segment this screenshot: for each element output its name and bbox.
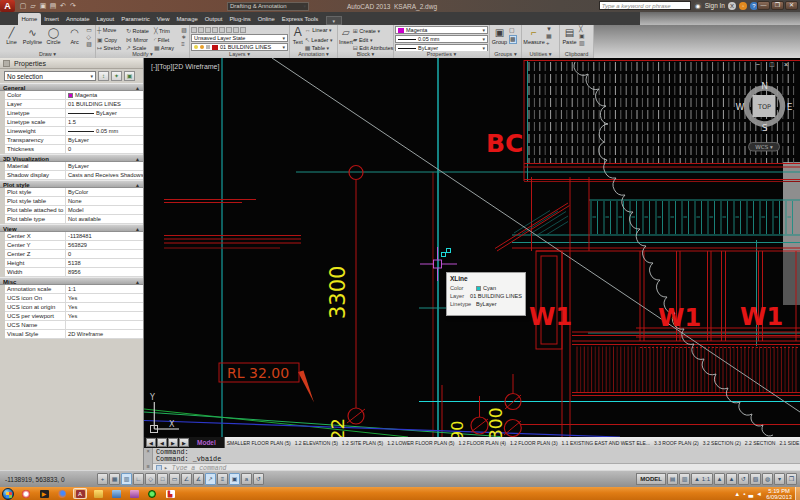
layout-nav-1[interactable]: ◀: [146, 438, 156, 447]
layout-tab[interactable]: 1.2 SITE PLAN (5): [340, 440, 385, 446]
clipboard-tool-2-icon[interactable]: ▣: [579, 33, 585, 40]
ribbon-tab-home[interactable]: Home: [18, 13, 41, 25]
toggle-dynamic-ucs[interactable]: ∡: [193, 473, 204, 485]
property-row[interactable]: Annotation scale1:1: [5, 285, 143, 294]
toggle-3d-object-snap[interactable]: ▭: [169, 473, 180, 485]
paste-button[interactable]: ▤ Paste: [561, 26, 578, 47]
ribbon-tab-online[interactable]: Online: [254, 13, 278, 25]
property-row[interactable]: MaterialByLayer: [5, 162, 143, 171]
fillet-button[interactable]: ◜ Fillet: [154, 36, 177, 45]
model-space-button[interactable]: MODEL: [636, 473, 666, 485]
layout-tab[interactable]: 2.2 SECTION: [743, 440, 778, 446]
draw-tool-2-icon[interactable]: ◇: [86, 34, 92, 41]
utilities-tool-1-icon[interactable]: ▼: [546, 26, 552, 33]
toggle-pickadd-button[interactable]: ↕: [98, 71, 109, 81]
autocad-logo-icon[interactable]: A: [0, 0, 15, 12]
clipboard-tool-3-icon[interactable]: ▥: [579, 40, 585, 47]
circle-button[interactable]: ◯Circle: [43, 26, 64, 52]
exchange-apps-icon[interactable]: X: [728, 2, 736, 10]
panel-label-layers[interactable]: Layers ▾: [190, 51, 289, 58]
ribbon-tab-plug-ins[interactable]: Plug-ins: [226, 13, 254, 25]
clipboard-tool-1-icon[interactable]: ╳: [579, 26, 585, 33]
layout-tab[interactable]: 1.2 LOWER FLOOR PLAN (5): [385, 440, 456, 446]
toolbar-lock-icon[interactable]: ▧: [750, 473, 761, 485]
taskbar-app-explorer-folder[interactable]: [91, 488, 105, 499]
tray-arrow-icon[interactable]: ▾: [774, 473, 785, 485]
panel-label-annotation[interactable]: Annotation ▾: [290, 51, 337, 58]
palette-header[interactable]: Properties: [0, 58, 143, 69]
toggle-selection-cycling[interactable]: ↺: [253, 473, 264, 485]
select-objects-button[interactable]: ✦: [111, 71, 122, 81]
show-desktop-button[interactable]: [795, 487, 800, 500]
taskbar-app-blue-app[interactable]: [109, 488, 123, 499]
edit-button[interactable]: ▰ Edit ▾: [353, 36, 398, 45]
search-input[interactable]: Type a keyword or phrase: [599, 1, 691, 10]
utilities-tool-3-icon[interactable]: +: [546, 40, 552, 47]
property-row[interactable]: Plot style tableNone: [5, 197, 143, 206]
draw-tool-3-icon[interactable]: ▨: [86, 41, 92, 48]
layer-tool-1-icon[interactable]: [191, 27, 197, 33]
property-row[interactable]: Plot table attached toModel: [5, 206, 143, 215]
property-row[interactable]: LinetypeByLayer: [5, 109, 143, 118]
open-file-icon[interactable]: ▱: [29, 2, 37, 10]
toggle-ortho-mode[interactable]: ∟: [133, 473, 144, 485]
layout-tab[interactable]: 1.2 FLOOR PLAN (4): [457, 440, 509, 446]
toggle-polar-tracking[interactable]: ◇: [145, 473, 156, 485]
layout-tab[interactable]: 1.1 EXISTING EAST AND WEST ELE...: [560, 440, 652, 446]
panel-label-properties[interactable]: Properties ▾: [394, 51, 489, 58]
network-icon[interactable]: ▃: [748, 490, 753, 497]
toggle-infer-constraints[interactable]: +: [97, 473, 108, 485]
viewcube[interactable]: TOPNSWEWCS ▾: [736, 81, 793, 152]
viewcube-south[interactable]: S: [762, 123, 768, 133]
save-icon[interactable]: ▣: [39, 2, 47, 10]
palette-section-misc[interactable]: Misc▲: [0, 277, 143, 285]
palette-grip-icon[interactable]: [3, 60, 10, 67]
property-row[interactable]: ColorMagenta: [5, 91, 143, 100]
taskbar-app-browser-red[interactable]: [19, 488, 33, 499]
viewcube-top-label[interactable]: TOP: [757, 103, 771, 111]
isolate-objects-icon[interactable]: ◍: [762, 473, 773, 485]
modify-tool-2-icon[interactable]: ∗: [181, 34, 187, 41]
toggle-object-snap-tracking[interactable]: ∠: [181, 473, 192, 485]
drawing-canvas[interactable]: BCW1W1W1RL 32.0033002290300YXTOPNSWEWCS …: [144, 58, 800, 437]
toggle-transparency-display[interactable]: ▣: [229, 473, 240, 485]
panel-label-groups[interactable]: Groups ▾: [490, 51, 521, 58]
panel-label-draw[interactable]: Draw ▾: [0, 51, 95, 58]
property-row[interactable]: Center Z0: [5, 250, 143, 259]
lineweight-dropdown[interactable]: 0.05 mm▾: [395, 35, 488, 43]
palette-section-general[interactable]: General▲: [0, 83, 143, 91]
panel-label-block[interactable]: Block ▾: [338, 51, 393, 58]
layer-state-dropdown[interactable]: Unsaved Layer State▾: [191, 34, 288, 42]
arc-button[interactable]: ◠Arc: [64, 26, 85, 52]
ribbon-tab-insert[interactable]: Insert: [41, 13, 63, 25]
panel-label-clipboard[interactable]: Clipboard: [560, 51, 593, 58]
palette-section-3d-visualization[interactable]: 3D Visualization▲: [0, 154, 143, 162]
viewcube-east[interactable]: E: [787, 102, 793, 112]
action-center-icon[interactable]: ▪: [743, 491, 745, 497]
layer-tool-7-icon[interactable]: [233, 27, 239, 33]
linear-button[interactable]: ↔ Linear ▾: [305, 27, 336, 36]
layout-tab[interactable]: 3.2 SECTION (2): [701, 440, 743, 446]
text-button[interactable]: A Text: [291, 26, 305, 53]
redo-icon[interactable]: ↷: [69, 2, 77, 10]
layer-tool-8-icon[interactable]: [240, 27, 246, 33]
layout-tab[interactable]: SMALLER FLOOR PLAN (5): [225, 440, 293, 446]
ribbon-tab-manage[interactable]: Manage: [173, 13, 201, 25]
workspace-switcher[interactable]: Drafting & Annotation ▾: [227, 2, 309, 11]
property-row[interactable]: Width8956: [5, 268, 143, 277]
property-row[interactable]: UCS icon at originYes: [5, 303, 143, 312]
property-row[interactable]: Height5138: [5, 259, 143, 268]
taskbar-app-autocad[interactable]: A: [73, 488, 87, 499]
create-button[interactable]: ⊞ Create ▾: [353, 27, 398, 36]
property-row[interactable]: Center X-1138481: [5, 232, 143, 241]
toggle-quick-properties[interactable]: a: [241, 473, 252, 485]
ribbon-tab-view[interactable]: View: [153, 13, 173, 25]
panel-label-utilities[interactable]: Utilities ▾: [522, 51, 559, 58]
mirror-button[interactable]: ⋈ Mirror: [126, 36, 152, 45]
layout-nav-4[interactable]: ▶: [179, 438, 189, 447]
search-icon[interactable]: ◉: [694, 2, 702, 10]
layout-tab[interactable]: 1.2 ELEVATION (5): [293, 440, 340, 446]
taskbar-app-adobe-pdf[interactable]: ▙: [163, 488, 177, 499]
undo-icon[interactable]: ↶: [59, 2, 67, 10]
property-row[interactable]: Layer01 BUILDING LINES: [5, 100, 143, 109]
